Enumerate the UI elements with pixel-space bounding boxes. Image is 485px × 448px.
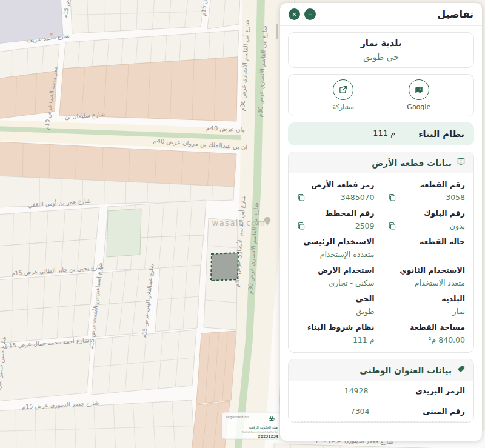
address-rows: الرمز البريدي14928رقم المبنى7304 <box>289 381 473 422</box>
parcel-field: حالة القطعة- <box>388 237 466 259</box>
copy-button[interactable] <box>388 193 396 202</box>
close-button[interactable]: × <box>289 8 300 20</box>
address-value: 7304 <box>297 407 423 416</box>
field-value-row: بدون <box>388 221 466 230</box>
window-controls: − × <box>289 8 316 20</box>
field-label: رقم القطعة <box>388 180 466 189</box>
field-value: متعددة الإستخدام <box>320 250 375 259</box>
field-value: 3058 <box>446 193 465 202</box>
panel-body: بلدية نمار حي طويق Google مشاركة نظام ال… <box>280 26 482 435</box>
field-value: طويق <box>356 307 374 316</box>
field-value: 2509 <box>355 221 375 230</box>
building-system-value: م 111 <box>366 129 403 139</box>
field-label: الاستخدام الرئيسي <box>297 237 375 246</box>
address-data-card: بيانات العنوان الوطني الرمز البريدي14928… <box>288 359 474 423</box>
field-label: رقم البلوك <box>388 209 466 218</box>
parcel-field: مساحة القطعة840.00 م² <box>388 323 466 344</box>
screen: { "panel": { "title": "تفاصيل", "window_… <box>0 0 485 448</box>
panel-title: تفاصيل <box>437 8 473 20</box>
municipality-name: بلدية نمار <box>295 38 467 48</box>
mosque-parcel <box>107 209 141 257</box>
field-value: - <box>462 250 465 259</box>
field-value: متعدد الاستخدام <box>415 278 465 287</box>
address-row: رقم المبنى7304 <box>289 401 473 422</box>
copy-button[interactable] <box>388 222 396 230</box>
field-value-row: - <box>388 250 466 259</box>
field-value: بدون <box>450 221 465 230</box>
field-label: رمز قطعة الأرض <box>297 180 375 189</box>
field-label: نظام شروط البناء <box>297 323 375 332</box>
actions-card: Google مشاركة <box>288 74 474 116</box>
parcel-field: البلديةنمار <box>388 294 466 316</box>
parcel-fields-grid: رقم القطعة3058رمز قطعة الأرض3485070رقم ا… <box>289 173 473 352</box>
panel-scrollbar[interactable] <box>276 24 278 39</box>
parcel-field: الاستخدام الثانويمتعدد الاستخدام <box>388 266 466 287</box>
field-label: البلدية <box>388 294 466 303</box>
badge-registered-text: Registered on <box>226 415 249 420</box>
field-value-row: طويق <box>297 307 375 316</box>
field-value-row: سكنى - تجاري <box>297 278 375 287</box>
address-row: الرمز البريدي14928 <box>289 381 473 401</box>
google-button[interactable]: Google <box>381 79 457 111</box>
details-panel: تفاصيل − × بلدية نمار حي طويق Google مشا… <box>280 3 482 441</box>
field-value-row: 840.00 م² <box>388 335 466 344</box>
share-button[interactable]: مشاركة <box>306 79 381 111</box>
parcel-section-title: بيانات قطعة الأرض <box>372 158 452 168</box>
field-value-row: متعددة الإستخدام <box>297 250 375 259</box>
field-value: نمار <box>452 307 465 316</box>
field-value-row: 2509 <box>297 221 375 230</box>
gov-registration-badge: Registered onهيئة الحكومة الرقميةDigital… <box>222 412 280 439</box>
parcel-field: رقم البلوكبدون <box>388 209 466 230</box>
field-value-row: 3058 <box>388 193 466 202</box>
field-value: سكنى - تجاري <box>329 278 374 287</box>
building-system-bar: نظام البناء م 111 <box>288 122 474 145</box>
address-label: الرمز البريدي <box>415 386 465 395</box>
parcel-field: نظام شروط البناءم 111 <box>297 323 375 344</box>
copy-button[interactable] <box>297 222 306 230</box>
field-label: استخدام الارض <box>297 266 375 275</box>
copy-button[interactable] <box>297 193 306 202</box>
field-value-row: 3485070 <box>297 193 375 202</box>
parcel-field: رقم المخطط2509 <box>297 209 375 230</box>
google-maps-icon <box>409 79 429 100</box>
map-parcel-block <box>0 339 91 401</box>
field-value-row: نمار <box>388 307 466 316</box>
building-system-label: نظام البناء <box>418 129 464 139</box>
address-section-title: بيانات العنوان الوطني <box>360 366 452 375</box>
badge-title-en: Digital Government Authority <box>242 430 278 433</box>
field-label: الاستخدام الثانوي <box>388 266 466 275</box>
field-value-row: متعدد الاستخدام <box>388 278 466 287</box>
field-label: حالة القطعة <box>388 237 466 246</box>
minimize-button[interactable]: − <box>304 8 316 20</box>
address-label: رقم المبنى <box>423 407 465 416</box>
parcel-field: الاستخدام الرئيسيمتعددة الإستخدام <box>297 237 375 259</box>
map-parcel-block <box>207 0 240 29</box>
parcel-field: رقم القطعة3058 <box>388 180 466 202</box>
address-section-header: بيانات العنوان الوطني <box>289 359 473 381</box>
field-label: رقم المخطط <box>297 209 375 218</box>
panel-header: تفاصيل − × <box>280 3 482 26</box>
field-label: مساحة القطعة <box>388 323 466 332</box>
map-book-icon <box>457 157 466 169</box>
address-value: 14928 <box>297 386 415 395</box>
parcel-data-card: بيانات قطعة الأرض رقم القطعة3058رمز قطعة… <box>288 152 474 353</box>
district-name: حي طويق <box>295 52 467 62</box>
parcel-section-header: بيانات قطعة الأرض <box>289 152 473 173</box>
google-label: Google <box>407 103 430 111</box>
field-value-row: م 111 <box>297 335 375 344</box>
field-value: م 111 <box>353 335 375 344</box>
parcel-field: استخدام الارضسكنى - تجاري <box>297 266 375 287</box>
badge-number: 20231234 <box>258 434 278 438</box>
field-value: 3485070 <box>341 193 375 202</box>
tag-icon <box>457 364 466 376</box>
share-icon <box>333 79 353 100</box>
field-value: 840.00 م² <box>429 335 465 344</box>
parcel-field: الحيطويق <box>297 294 375 316</box>
field-label: الحي <box>297 294 375 303</box>
parcel-field: رمز قطعة الأرض3485070 <box>297 180 375 202</box>
municipality-card: بلدية نمار حي طويق <box>288 32 474 68</box>
badge-title-ar: هيئة الحكومة الرقمية <box>249 426 278 430</box>
share-label: مشاركة <box>333 103 355 111</box>
